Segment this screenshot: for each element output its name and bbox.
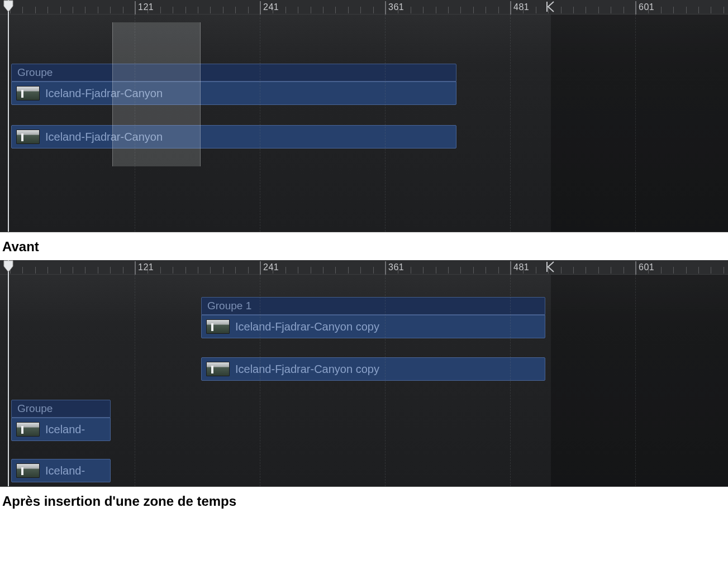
ruler-tick-minor <box>185 267 186 274</box>
clip-thumbnail <box>16 422 40 437</box>
ruler-tick-minor <box>286 267 286 274</box>
vertical-gridline <box>135 275 135 486</box>
ruler-tick-minor <box>624 267 624 274</box>
ruler-tick-minor <box>486 267 486 274</box>
ruler-tick-minor <box>460 7 461 13</box>
group-header[interactable]: Groupe <box>11 64 456 82</box>
ruler-tick-minor <box>335 267 336 274</box>
ruler-tick-label: 481 <box>513 262 529 272</box>
ruler-tick-minor <box>323 267 323 274</box>
clip-thumbnail <box>16 86 40 100</box>
ruler-tick-major <box>135 1 136 15</box>
group-header[interactable]: Groupe <box>11 400 111 418</box>
ruler-tick-minor <box>724 267 724 274</box>
ruler-tick-major <box>635 1 636 15</box>
clip-bar[interactable]: Iceland-Fjadrar-Canyon <box>11 125 456 149</box>
ruler-tick-minor <box>160 267 161 274</box>
ruler-tick-minor <box>198 267 198 274</box>
ruler-tick-minor <box>335 7 336 13</box>
out-point-marker-icon[interactable] <box>546 1 554 12</box>
ruler-tick-minor <box>73 267 73 274</box>
playhead[interactable] <box>8 0 9 232</box>
ruler-tick-minor <box>473 7 474 13</box>
ruler-tick-minor <box>223 7 223 13</box>
ruler[interactable]: 121241361481601 <box>0 0 728 15</box>
ruler-tick-minor <box>198 7 198 13</box>
ruler-tick-minor <box>561 267 562 274</box>
ruler-tick-minor <box>360 267 361 274</box>
ruler-tick-major <box>510 261 511 275</box>
ruler-tick-major <box>510 1 511 15</box>
ruler[interactable]: 121241361481601 <box>0 260 728 275</box>
timeline-before[interactable]: 121241361481601 Groupe Iceland-Fjadrar-C… <box>0 0 728 232</box>
caption-after: Après insertion d'une zone de temps <box>0 487 728 515</box>
ruler-tick-minor <box>486 7 486 13</box>
ruler-tick-minor <box>210 267 211 274</box>
timeline-after[interactable]: 121241361481601 Groupe 1 Iceland-Fjadrar… <box>0 260 728 487</box>
ruler-tick-minor <box>323 7 323 13</box>
ruler-tick-minor <box>498 267 499 274</box>
selection-rectangle[interactable] <box>112 22 201 166</box>
clip-bar[interactable]: Iceland-Fjadrar-Canyon copy <box>201 315 545 338</box>
group-label: Groupe <box>17 66 53 78</box>
ruler-tick-minor <box>110 267 111 274</box>
ruler-tick-minor <box>373 267 374 274</box>
ruler-tick-minor <box>173 267 173 274</box>
clip-bar[interactable]: Iceland- <box>11 418 111 441</box>
ruler-tick-minor <box>686 267 687 274</box>
ruler-tick-minor <box>210 7 211 13</box>
ruler-tick-minor <box>436 7 436 13</box>
ruler-tick-minor <box>561 7 562 13</box>
ruler-tick-label: 121 <box>138 262 154 272</box>
playhead-handle-icon[interactable] <box>3 260 13 272</box>
vertical-gridline <box>260 15 260 232</box>
clip-bar[interactable]: Iceland- <box>11 459 111 482</box>
playhead[interactable] <box>8 260 9 486</box>
ruler-tick-minor <box>286 7 286 13</box>
ruler-tick-major <box>260 261 261 275</box>
clip-thumbnail <box>16 463 40 478</box>
ruler-tick-minor <box>411 7 411 13</box>
clip-bar[interactable]: Iceland-Fjadrar-Canyon copy <box>201 357 545 381</box>
ruler-tick-label: 601 <box>639 2 654 12</box>
ruler-tick-minor <box>698 7 699 13</box>
ruler-tick-minor <box>35 267 36 274</box>
ruler-tick-minor <box>85 7 85 13</box>
ruler-tick-minor <box>35 7 36 13</box>
ruler-tick-major <box>635 261 636 275</box>
clip-bar[interactable]: Iceland-Fjadrar-Canyon <box>11 82 456 105</box>
group-header[interactable]: Groupe 1 <box>201 297 545 315</box>
ruler-tick-minor <box>611 267 611 274</box>
vertical-gridline <box>635 275 636 486</box>
clip-thumbnail <box>206 362 230 376</box>
clip-label: Iceland- <box>45 464 85 477</box>
ruler-tick-minor <box>98 7 98 13</box>
ruler-tick-minor <box>611 7 611 13</box>
ruler-tick-minor <box>473 267 474 274</box>
ruler-tick-minor <box>711 267 711 274</box>
ruler-tick-minor <box>373 7 374 13</box>
ruler-tick-minor <box>423 267 424 274</box>
clip-thumbnail <box>206 319 230 334</box>
ruler-tick-label: 481 <box>513 2 529 12</box>
ruler-tick-minor <box>223 267 223 274</box>
out-point-marker-icon[interactable] <box>546 261 554 272</box>
vertical-gridline <box>510 275 511 486</box>
ruler-tick-minor <box>348 7 349 13</box>
ruler-tick-minor <box>248 267 249 274</box>
ruler-tick-minor <box>298 7 298 13</box>
ruler-tick-minor <box>248 7 249 13</box>
inactive-region <box>551 15 728 232</box>
ruler-tick-minor <box>185 7 186 13</box>
playhead-handle-icon[interactable] <box>3 0 13 12</box>
ruler-tick-minor <box>311 7 311 13</box>
ruler-tick-minor <box>661 7 662 13</box>
clip-label: Iceland-Fjadrar-Canyon copy <box>235 320 379 333</box>
ruler-tick-minor <box>60 267 61 274</box>
ruler-tick-minor <box>123 7 123 13</box>
ruler-tick-label: 361 <box>388 262 404 272</box>
inactive-region <box>551 275 728 486</box>
ruler-tick-minor <box>360 7 361 13</box>
ruler-tick-minor <box>411 267 411 274</box>
ruler-tick-label: 601 <box>639 262 654 272</box>
